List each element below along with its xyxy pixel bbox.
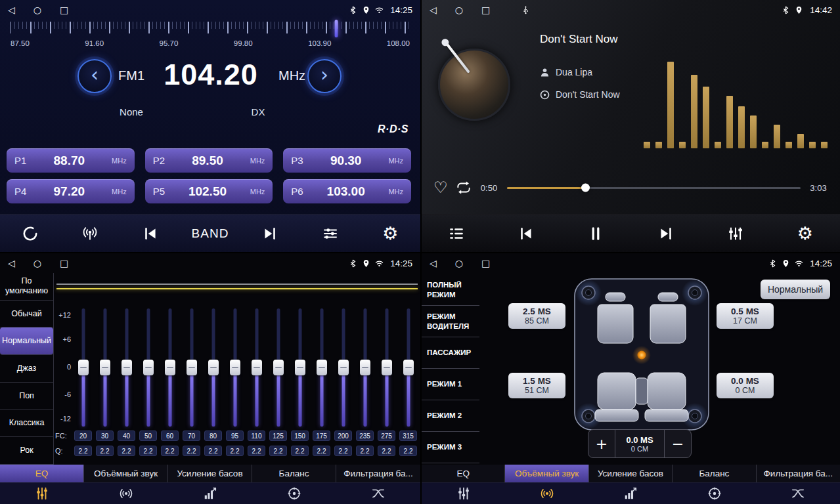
eq-band-slider[interactable] (246, 308, 267, 427)
profile-button[interactable]: Нормальный (761, 280, 830, 299)
eq-band-slider[interactable] (116, 308, 137, 427)
previous-track-button[interactable] (506, 219, 546, 248)
tune-down-button[interactable]: ‹ (77, 59, 112, 93)
slider-knob[interactable] (317, 360, 327, 375)
slider-knob[interactable] (143, 360, 154, 375)
eq-band-slider[interactable] (159, 308, 181, 427)
tab-bass-icon-cell[interactable] (168, 483, 252, 504)
slider-knob[interactable] (338, 360, 349, 375)
next-track-button[interactable] (646, 219, 686, 248)
nav-recents-icon[interactable]: □ (60, 5, 68, 14)
slider-knob[interactable] (208, 360, 219, 375)
eq-band-slider[interactable] (267, 308, 289, 427)
tab-balance-icon-cell[interactable] (673, 483, 756, 504)
decrease-button[interactable]: − (665, 430, 691, 457)
slider-knob[interactable] (78, 360, 89, 375)
tab-eq-icon-cell[interactable] (0, 483, 84, 504)
tab-filter[interactable]: Фильтрация ба... (336, 465, 420, 482)
eq-band-slider[interactable] (181, 308, 202, 427)
tuning-pointer[interactable] (334, 20, 338, 37)
seek-bar[interactable] (507, 187, 801, 189)
preset-button-p5[interactable]: P5102.50MHz (145, 179, 273, 203)
tab-balance[interactable]: Баланс (673, 465, 756, 482)
mode-3[interactable]: РЕЖИМ 3 (422, 432, 479, 463)
increase-button[interactable]: + (588, 430, 615, 457)
tab-bass-boost[interactable]: Усиление басов (589, 465, 673, 482)
tab-surround[interactable]: Объёмный звук (505, 465, 588, 482)
eq-preset-normal[interactable]: Нормальный (0, 327, 53, 355)
pause-button[interactable] (575, 219, 616, 248)
eq-preset-pop[interactable]: Поп (0, 383, 53, 410)
preset-button-p2[interactable]: P289.50MHz (145, 148, 273, 173)
mode-passenger[interactable]: ПАССАЖИР (422, 337, 479, 369)
tab-surround-icon-cell[interactable] (505, 483, 588, 504)
delay-front-right[interactable]: 0.5 MS 17 CM (717, 303, 774, 329)
eq-band-slider[interactable] (224, 308, 246, 427)
audio-settings-button[interactable] (715, 219, 756, 248)
tab-eq-icon-cell[interactable] (422, 483, 505, 504)
previous-station-button[interactable] (130, 219, 171, 248)
eq-preset-classic[interactable]: Классика (0, 410, 53, 438)
audio-settings-button[interactable] (310, 219, 351, 248)
tab-surround[interactable]: Объёмный звук (84, 465, 168, 482)
mode-1[interactable]: РЕЖИМ 1 (422, 369, 479, 400)
eq-band-slider[interactable] (94, 308, 116, 427)
eq-preset-custom[interactable]: Обычай (0, 301, 53, 328)
eq-preset-default[interactable]: По умолчанию (0, 273, 53, 301)
slider-knob[interactable] (187, 360, 197, 375)
preset-button-p4[interactable]: P497.20MHz (7, 179, 135, 203)
tune-up-button[interactable]: › (307, 59, 342, 93)
slider-knob[interactable] (382, 360, 392, 375)
eq-band-slider[interactable] (397, 308, 419, 427)
nav-home-icon[interactable]: ○ (33, 259, 41, 268)
mode-driver[interactable]: РЕЖИМ ВОДИТЕЛЯ (422, 306, 479, 337)
playlist-button[interactable] (436, 219, 477, 248)
slider-knob[interactable] (360, 360, 370, 375)
repeat-icon[interactable] (456, 180, 472, 196)
eq-band-slider[interactable] (289, 308, 311, 427)
eq-band-slider[interactable] (137, 308, 159, 427)
eq-band-slider[interactable] (332, 308, 354, 427)
slider-knob[interactable] (100, 360, 110, 375)
next-station-button[interactable] (250, 219, 290, 248)
nav-home-icon[interactable]: ○ (33, 5, 41, 14)
scan-button[interactable] (10, 219, 51, 248)
eq-band-slider[interactable] (376, 308, 397, 427)
broadcast-button[interactable] (70, 219, 110, 248)
tab-filter-icon-cell[interactable] (336, 483, 420, 504)
tab-bass-boost[interactable]: Усиление басов (168, 465, 252, 482)
slider-knob[interactable] (165, 360, 175, 375)
slider-knob[interactable] (295, 360, 305, 375)
tab-balance-icon-cell[interactable] (252, 483, 336, 504)
delay-rear-right[interactable]: 0.0 MS 0 CM (717, 373, 774, 398)
nav-recents-icon[interactable]: □ (481, 5, 490, 14)
slider-knob[interactable] (252, 360, 262, 375)
preset-button-p3[interactable]: P390.30MHz (283, 148, 411, 173)
tab-filter[interactable]: Фильтрация ба... (757, 465, 840, 482)
nav-back-icon[interactable]: ◁ (430, 259, 437, 268)
nav-back-icon[interactable]: ◁ (8, 259, 15, 268)
nav-back-icon[interactable]: ◁ (8, 5, 15, 14)
eq-band-slider[interactable] (311, 308, 332, 427)
slider-knob[interactable] (122, 360, 132, 375)
delay-front-left[interactable]: 2.5 MS 85 CM (508, 303, 565, 329)
settings-button[interactable]: ⚙ (785, 219, 826, 248)
nav-recents-icon[interactable]: □ (481, 259, 490, 268)
nav-home-icon[interactable]: ○ (455, 259, 463, 268)
preset-button-p6[interactable]: P6103.00MHz (283, 179, 411, 203)
slider-knob[interactable] (273, 360, 284, 375)
frequency-scale[interactable]: 87.50 91.60 95.70 99.80 103.90 108.00 (11, 22, 410, 53)
tab-balance[interactable]: Баланс (252, 465, 336, 482)
slider-knob[interactable] (230, 360, 240, 375)
nav-home-icon[interactable]: ○ (455, 5, 463, 14)
eq-band-slider[interactable] (354, 308, 376, 427)
eq-preset-jazz[interactable]: Джаз (0, 355, 53, 383)
slider-knob[interactable] (403, 360, 414, 375)
tab-eq[interactable]: EQ (0, 465, 84, 482)
nav-back-icon[interactable]: ◁ (430, 5, 437, 14)
delay-rear-left[interactable]: 1.5 MS 51 CM (508, 373, 565, 398)
mode-full[interactable]: ПОЛНЫЙ РЕЖИМ (422, 274, 479, 306)
tab-surround-icon-cell[interactable] (84, 483, 168, 504)
band-button[interactable]: BAND (190, 219, 231, 248)
eq-band-slider[interactable] (72, 308, 94, 427)
